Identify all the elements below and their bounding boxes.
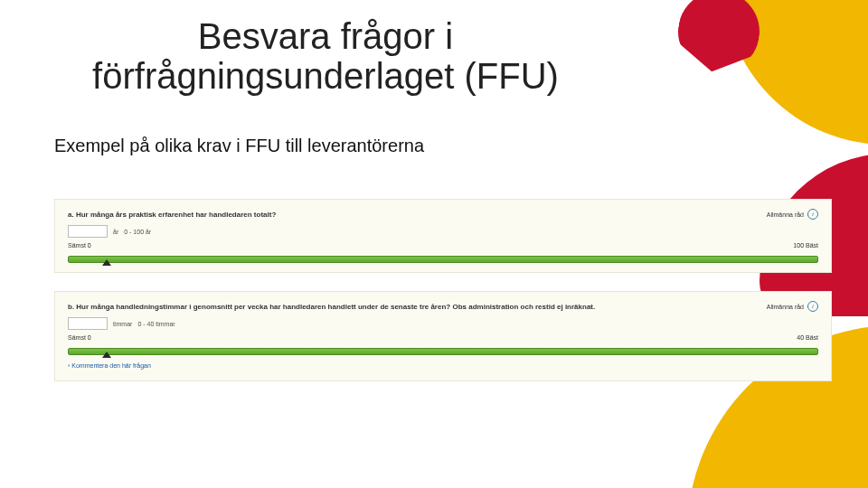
range-hint-a: 0 - 100 år xyxy=(124,229,151,235)
range-hint-b: 0 - 40 timmar xyxy=(137,321,175,327)
unit-label-a: år xyxy=(113,229,118,235)
question-panel-a: a. Hur många års praktisk erfarenhet har… xyxy=(54,199,832,273)
page-subtitle: Exempel på olika krav i FFU till leveran… xyxy=(54,136,424,156)
slider-track-b xyxy=(68,348,818,355)
comment-link-b[interactable]: › Kommentera den här frågan xyxy=(68,362,818,369)
page-title: Besvara frågor i förfrågningsunderlaget … xyxy=(72,16,579,96)
slider-track-a xyxy=(68,256,818,263)
hint-label-b: Allmänna råd xyxy=(767,304,804,310)
info-icon[interactable]: i xyxy=(807,209,818,220)
slider-b[interactable] xyxy=(68,344,818,357)
slider-max-label-a: 100 Bäst xyxy=(793,241,818,250)
hint-label-a: Allmänna råd xyxy=(767,211,804,218)
question-panel-b: b. Hur många handledningstimmar i genoms… xyxy=(54,291,832,381)
question-text-b: b. Hur många handledningstimmar i genoms… xyxy=(68,303,595,311)
info-icon[interactable]: i xyxy=(807,301,818,312)
slider-thumb-b[interactable] xyxy=(102,352,111,358)
slider-thumb-a[interactable] xyxy=(102,259,111,266)
slider-min-label-b: Sämst 0 xyxy=(68,333,91,343)
question-text-a: a. Hur många års praktisk erfarenhet har… xyxy=(68,211,276,219)
slider-a[interactable] xyxy=(68,252,818,265)
slider-min-label-a: Sämst 0 xyxy=(68,241,91,250)
value-input-a[interactable] xyxy=(68,225,108,238)
slider-max-label-b: 40 Bäst xyxy=(797,333,818,343)
value-input-b[interactable] xyxy=(68,317,108,330)
unit-label-b: timmar xyxy=(113,321,132,327)
